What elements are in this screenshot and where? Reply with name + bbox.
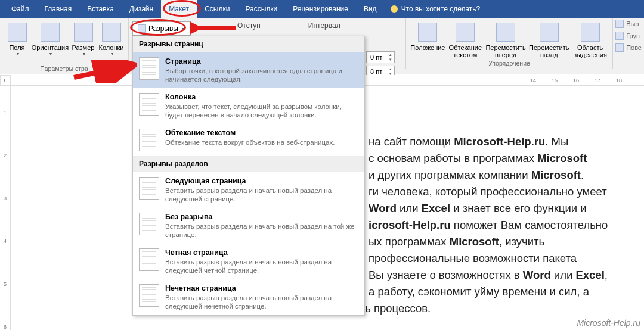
break-page-item[interactable]: СтраницаВыбор точки, в которой заканчива… — [133, 52, 364, 88]
tab-home[interactable]: Главная — [37, 0, 80, 18]
margins-icon — [8, 23, 27, 42]
break-odd-icon — [139, 284, 159, 307]
tab-references[interactable]: Ссылки — [197, 0, 237, 18]
bulb-icon — [391, 5, 398, 13]
arrange-extra: Выр Груп Пове — [613, 18, 644, 74]
tab-design[interactable]: Дизайн — [122, 0, 161, 18]
forward-icon — [496, 23, 515, 42]
break-column-item[interactable]: КолонкаУказывает, что текст, следующий з… — [133, 88, 364, 124]
page-setup-group: Поля▾ Ориентация▾ Размер▾ Колонки▾ Парам… — [0, 18, 129, 74]
watermark: Microsoft-Help.ru — [577, 318, 640, 328]
break-even-page-item[interactable]: Четная страницаВставить разрыв раздела и… — [133, 244, 364, 279]
orientation-icon — [41, 23, 60, 42]
wrap-icon — [456, 23, 475, 42]
tab-view[interactable]: Вид — [356, 0, 385, 18]
page-setup-label: Параметры стра — [4, 64, 125, 74]
columns-icon — [102, 23, 121, 42]
spacing-before[interactable]: 0 пт▴▾ — [366, 51, 395, 63]
align-button[interactable]: Выр — [613, 18, 644, 30]
tell-me-search[interactable]: Что вы хотите сделать? — [385, 0, 487, 18]
arrange-group: Положение Обтекание текстом Переместить … — [405, 18, 613, 69]
breaks-button[interactable]: Разрывы ▾ — [132, 21, 191, 36]
backward-icon — [540, 23, 559, 42]
breaks-section-pages: Разрывы страниц — [133, 36, 364, 52]
size-icon — [74, 23, 93, 42]
orientation-button[interactable]: Ориентация▾ — [32, 20, 69, 64]
break-even-icon — [139, 248, 159, 271]
break-textwrap-item[interactable]: Обтекание текстомОбтекание текста вокруг… — [133, 124, 364, 156]
break-textwrap-icon — [139, 129, 159, 151]
chevron-down-icon: ▾ — [182, 26, 184, 32]
breaks-label: Разрывы — [148, 24, 178, 33]
break-column-icon — [139, 93, 159, 116]
tab-mailings[interactable]: Рассылки — [237, 0, 285, 18]
position-button[interactable]: Положение — [410, 20, 446, 58]
margins-button[interactable]: Поля▾ — [4, 20, 30, 64]
columns-button[interactable]: Колонки▾ — [98, 20, 125, 64]
arrange-group-label: Упорядочение — [410, 58, 609, 69]
selection-pane-button[interactable]: Область выделения — [571, 20, 609, 58]
breaks-dropdown: Разрывы страниц СтраницаВыбор точки, в к… — [132, 36, 365, 316]
tab-layout[interactable]: Макет — [161, 0, 197, 18]
break-continuous-item[interactable]: Без разрываВставить разрыв раздела и нач… — [133, 208, 364, 244]
titlebar: Файл Главная Вставка Дизайн Макет Ссылки… — [0, 0, 644, 18]
tell-me-label: Что вы хотите сделать? — [401, 5, 481, 13]
size-button[interactable]: Размер▾ — [70, 20, 97, 64]
position-icon — [418, 23, 437, 42]
send-backward-button[interactable]: Переместить назад — [528, 20, 570, 58]
ruler-corner: L — [0, 75, 11, 86]
break-next-page-item[interactable]: Следующая страницаВставить разрыв раздел… — [133, 172, 364, 208]
group-button[interactable]: Груп — [613, 30, 644, 42]
break-next-icon — [139, 177, 159, 200]
selection-icon — [581, 23, 600, 42]
tab-review[interactable]: Рецензирование — [285, 0, 356, 18]
break-continuous-icon — [139, 213, 159, 235]
breaks-section-sections: Разрывы разделов — [133, 156, 364, 172]
break-odd-page-item[interactable]: Нечетная страницаВставить разрыв раздела… — [133, 279, 364, 315]
tab-insert[interactable]: Вставка — [79, 0, 122, 18]
break-page-icon — [139, 57, 159, 80]
bring-forward-button[interactable]: Переместить вперед — [485, 20, 527, 58]
ruler-vertical: 1·2·3·4·5·6 — [0, 86, 11, 330]
wrap-text-button[interactable]: Обтекание текстом — [447, 20, 484, 58]
breaks-icon — [138, 24, 146, 33]
tab-file[interactable]: Файл — [4, 0, 37, 18]
rotate-button[interactable]: Пове — [613, 42, 644, 54]
